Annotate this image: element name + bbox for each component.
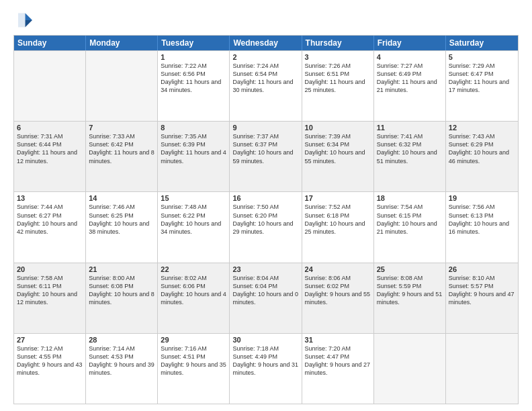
calendar-cell: 28Sunrise: 7:14 AM Sunset: 4:53 PM Dayli… <box>86 334 158 404</box>
day-number: 17 <box>305 194 371 202</box>
day-number: 12 <box>449 124 515 132</box>
cell-details: Sunrise: 7:39 AM Sunset: 6:34 PM Dayligh… <box>305 132 371 165</box>
svg-marker-0 <box>26 13 33 21</box>
weekday-header: Friday <box>374 36 446 50</box>
day-number: 22 <box>161 265 226 273</box>
day-number: 14 <box>89 194 154 202</box>
calendar-cell: 11Sunrise: 7:41 AM Sunset: 6:32 PM Dayli… <box>374 122 446 191</box>
cell-details: Sunrise: 7:12 AM Sunset: 4:55 PM Dayligh… <box>17 345 83 377</box>
cell-details: Sunrise: 7:50 AM Sunset: 6:20 PM Dayligh… <box>232 203 298 236</box>
day-number: 27 <box>17 336 83 344</box>
day-number: 8 <box>161 124 226 132</box>
day-number: 26 <box>449 265 515 273</box>
calendar-cell: 12Sunrise: 7:43 AM Sunset: 6:29 PM Dayli… <box>446 122 518 191</box>
day-number: 13 <box>17 194 83 202</box>
calendar-cell: 13Sunrise: 7:44 AM Sunset: 6:27 PM Dayli… <box>14 192 86 262</box>
day-number: 23 <box>232 265 298 273</box>
day-number: 18 <box>377 194 443 202</box>
page: SundayMondayTuesdayWednesdayThursdayFrid… <box>0 0 532 411</box>
calendar-cell: 25Sunrise: 8:08 AM Sunset: 5:59 PM Dayli… <box>374 263 446 333</box>
calendar-cell: 20Sunrise: 7:58 AM Sunset: 6:11 PM Dayli… <box>14 263 86 333</box>
calendar-row: 27Sunrise: 7:12 AM Sunset: 4:55 PM Dayli… <box>14 333 518 404</box>
calendar-cell <box>446 334 518 404</box>
calendar-cell: 24Sunrise: 8:06 AM Sunset: 6:02 PM Dayli… <box>302 263 374 333</box>
day-number: 20 <box>17 265 83 273</box>
calendar-body: 1Sunrise: 7:22 AM Sunset: 6:56 PM Daylig… <box>14 50 518 404</box>
cell-details: Sunrise: 7:35 AM Sunset: 6:39 PM Dayligh… <box>161 132 226 165</box>
calendar-cell: 19Sunrise: 7:56 AM Sunset: 6:13 PM Dayli… <box>446 192 518 262</box>
day-number: 30 <box>232 336 298 344</box>
cell-details: Sunrise: 7:18 AM Sunset: 4:49 PM Dayligh… <box>232 345 298 377</box>
day-number: 25 <box>377 265 443 273</box>
calendar-cell: 21Sunrise: 8:00 AM Sunset: 6:08 PM Dayli… <box>86 263 158 333</box>
calendar-cell <box>374 334 446 404</box>
calendar-cell: 16Sunrise: 7:50 AM Sunset: 6:20 PM Dayli… <box>230 192 302 262</box>
calendar-cell: 15Sunrise: 7:48 AM Sunset: 6:22 PM Dayli… <box>158 192 230 262</box>
weekday-header: Wednesday <box>230 36 302 50</box>
calendar-row: 13Sunrise: 7:44 AM Sunset: 6:27 PM Dayli… <box>14 191 518 262</box>
cell-details: Sunrise: 7:52 AM Sunset: 6:18 PM Dayligh… <box>305 203 371 236</box>
cell-details: Sunrise: 7:24 AM Sunset: 6:54 PM Dayligh… <box>232 62 298 95</box>
cell-details: Sunrise: 7:58 AM Sunset: 6:11 PM Dayligh… <box>17 274 83 307</box>
day-number: 24 <box>305 265 371 273</box>
calendar-cell: 9Sunrise: 7:37 AM Sunset: 6:37 PM Daylig… <box>230 122 302 191</box>
day-number: 11 <box>377 124 443 132</box>
cell-details: Sunrise: 7:29 AM Sunset: 6:47 PM Dayligh… <box>449 62 515 95</box>
calendar-cell: 4Sunrise: 7:27 AM Sunset: 6:49 PM Daylig… <box>374 51 446 121</box>
day-number: 6 <box>17 124 83 132</box>
cell-details: Sunrise: 7:26 AM Sunset: 6:51 PM Dayligh… <box>305 62 371 95</box>
calendar-cell <box>14 51 86 121</box>
calendar-cell: 7Sunrise: 7:33 AM Sunset: 6:42 PM Daylig… <box>86 122 158 191</box>
calendar-cell: 2Sunrise: 7:24 AM Sunset: 6:54 PM Daylig… <box>230 51 302 121</box>
cell-details: Sunrise: 8:02 AM Sunset: 6:06 PM Dayligh… <box>161 274 226 307</box>
day-number: 10 <box>305 124 371 132</box>
calendar-cell <box>86 51 158 121</box>
day-number: 16 <box>232 194 298 202</box>
svg-marker-2 <box>18 13 26 28</box>
calendar-cell: 8Sunrise: 7:35 AM Sunset: 6:39 PM Daylig… <box>158 122 230 191</box>
cell-details: Sunrise: 7:31 AM Sunset: 6:44 PM Dayligh… <box>17 132 83 165</box>
cell-details: Sunrise: 8:00 AM Sunset: 6:08 PM Dayligh… <box>89 274 154 307</box>
calendar-cell: 18Sunrise: 7:54 AM Sunset: 6:15 PM Dayli… <box>374 192 446 262</box>
day-number: 28 <box>89 336 154 344</box>
calendar-cell: 3Sunrise: 7:26 AM Sunset: 6:51 PM Daylig… <box>302 51 374 121</box>
calendar-cell: 22Sunrise: 8:02 AM Sunset: 6:06 PM Dayli… <box>158 263 230 333</box>
calendar-cell: 26Sunrise: 8:10 AM Sunset: 5:57 PM Dayli… <box>446 263 518 333</box>
cell-details: Sunrise: 7:37 AM Sunset: 6:37 PM Dayligh… <box>232 132 298 165</box>
cell-details: Sunrise: 7:43 AM Sunset: 6:29 PM Dayligh… <box>449 132 515 165</box>
calendar-cell: 1Sunrise: 7:22 AM Sunset: 6:56 PM Daylig… <box>158 51 230 121</box>
calendar-cell: 5Sunrise: 7:29 AM Sunset: 6:47 PM Daylig… <box>446 51 518 121</box>
calendar-cell: 23Sunrise: 8:04 AM Sunset: 6:04 PM Dayli… <box>230 263 302 333</box>
calendar-cell: 6Sunrise: 7:31 AM Sunset: 6:44 PM Daylig… <box>14 122 86 191</box>
cell-details: Sunrise: 7:54 AM Sunset: 6:15 PM Dayligh… <box>377 203 443 236</box>
day-number: 7 <box>89 124 154 132</box>
calendar-header: SundayMondayTuesdayWednesdayThursdayFrid… <box>14 36 518 50</box>
calendar-cell: 17Sunrise: 7:52 AM Sunset: 6:18 PM Dayli… <box>302 192 374 262</box>
cell-details: Sunrise: 7:14 AM Sunset: 4:53 PM Dayligh… <box>89 345 154 377</box>
cell-details: Sunrise: 7:41 AM Sunset: 6:32 PM Dayligh… <box>377 132 443 165</box>
weekday-header: Tuesday <box>158 36 230 50</box>
weekday-header: Saturday <box>446 36 518 50</box>
cell-details: Sunrise: 7:44 AM Sunset: 6:27 PM Dayligh… <box>17 203 83 236</box>
cell-details: Sunrise: 7:20 AM Sunset: 4:47 PM Dayligh… <box>305 345 371 377</box>
weekday-header: Monday <box>86 36 158 50</box>
calendar-row: 1Sunrise: 7:22 AM Sunset: 6:56 PM Daylig… <box>14 50 518 121</box>
calendar-cell: 30Sunrise: 7:18 AM Sunset: 4:49 PM Dayli… <box>230 334 302 404</box>
day-number: 19 <box>449 194 515 202</box>
day-number: 1 <box>161 53 226 61</box>
day-number: 2 <box>232 53 298 61</box>
day-number: 15 <box>161 194 226 202</box>
calendar-cell: 29Sunrise: 7:16 AM Sunset: 4:51 PM Dayli… <box>158 334 230 404</box>
cell-details: Sunrise: 7:46 AM Sunset: 6:25 PM Dayligh… <box>89 203 154 236</box>
day-number: 4 <box>377 53 443 61</box>
cell-details: Sunrise: 7:48 AM Sunset: 6:22 PM Dayligh… <box>161 203 226 236</box>
cell-details: Sunrise: 7:33 AM Sunset: 6:42 PM Dayligh… <box>89 132 154 165</box>
cell-details: Sunrise: 8:10 AM Sunset: 5:57 PM Dayligh… <box>449 274 515 307</box>
calendar-row: 20Sunrise: 7:58 AM Sunset: 6:11 PM Dayli… <box>14 263 518 333</box>
svg-marker-1 <box>26 20 33 28</box>
calendar-row: 6Sunrise: 7:31 AM Sunset: 6:44 PM Daylig… <box>14 121 518 191</box>
cell-details: Sunrise: 7:16 AM Sunset: 4:51 PM Dayligh… <box>161 345 226 377</box>
day-number: 29 <box>161 336 226 344</box>
logo <box>13 11 35 30</box>
day-number: 31 <box>305 336 371 344</box>
